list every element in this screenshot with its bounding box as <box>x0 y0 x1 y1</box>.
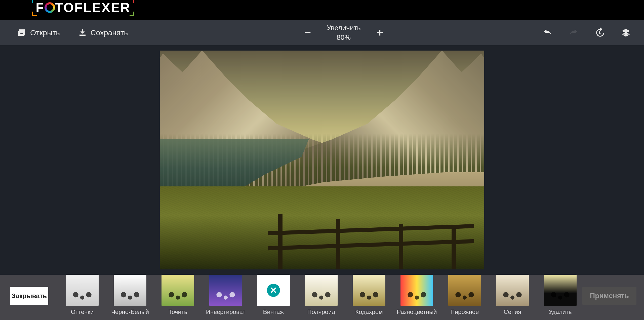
canvas-area[interactable] <box>0 45 644 275</box>
undo-button[interactable] <box>541 27 553 39</box>
filter-label: Инвертироват <box>206 308 246 315</box>
save-label: Сохранять <box>91 28 128 37</box>
logo-corner-icon <box>32 0 37 3</box>
logo-rest: TOFLEXER <box>55 0 131 15</box>
filter-label: Пирожное <box>450 308 479 315</box>
filter-label: Точить <box>168 308 187 315</box>
filter-f-gray[interactable]: Оттенки <box>60 275 104 315</box>
zoom-title: Увеличить <box>327 23 361 33</box>
filter-thumbnail <box>496 275 529 306</box>
filter-list[interactable]: ОттенкиЧерно-БелыйТочитьИнвертироватВинт… <box>60 275 634 315</box>
filter-thumbnail <box>162 275 194 306</box>
filter-f-sepia[interactable]: Сепия <box>491 275 534 315</box>
filter-thumbnail <box>209 275 242 306</box>
filter-f-polar[interactable]: Поляроид <box>299 275 343 315</box>
filter-label: Кодахром <box>355 308 383 315</box>
svg-rect-0 <box>79 35 86 36</box>
history-icon <box>594 27 605 38</box>
remove-filter-icon[interactable] <box>267 284 280 297</box>
zoom-indicator: Увеличить 80% <box>327 23 361 42</box>
logo-corner-icon <box>32 12 37 16</box>
filter-thumbnail <box>114 275 146 306</box>
filter-label: Разноцветный <box>397 308 437 315</box>
filter-f-techni[interactable]: Разноцветный <box>395 275 439 315</box>
layers-icon <box>621 27 631 38</box>
filter-f-sharp[interactable]: Точить <box>156 275 200 315</box>
logo-corner-icon <box>130 12 134 16</box>
filter-label: Удалить <box>549 308 572 315</box>
filter-thumbnail <box>353 275 385 306</box>
open-button[interactable]: Открыть <box>18 28 60 37</box>
filter-f-invert[interactable]: Инвертироват <box>204 275 248 315</box>
layers-button[interactable] <box>620 27 632 39</box>
minus-icon <box>303 28 312 37</box>
filter-thumbnail <box>448 275 481 306</box>
open-label: Открыть <box>30 28 60 37</box>
save-button[interactable]: Сохранять <box>78 28 128 37</box>
filter-label: Винтаж <box>263 308 284 315</box>
filter-label: Оттенки <box>71 308 94 315</box>
filter-f-remove[interactable]: Удалить <box>538 275 582 315</box>
logo-corner-icon <box>130 0 134 3</box>
edited-image[interactable] <box>160 51 484 269</box>
filter-thumbnail <box>544 275 577 306</box>
filter-f-bw[interactable]: Черно-Белый <box>108 275 152 315</box>
filter-label: Поляроид <box>307 308 335 315</box>
open-image-icon <box>18 28 27 37</box>
aperture-icon <box>45 2 55 13</box>
logo-text: F TOFLEXER <box>36 0 131 15</box>
download-icon <box>78 28 87 37</box>
filter-thumbnail <box>66 275 99 306</box>
close-filters-button[interactable]: Закрывать <box>10 287 48 305</box>
redo-icon <box>568 27 579 38</box>
app-logo[interactable]: F TOFLEXER <box>33 0 134 15</box>
filter-label: Сепия <box>504 308 521 315</box>
filter-f-vintage[interactable]: Винтаж <box>252 275 295 315</box>
filter-f-brown[interactable]: Пирожное <box>443 275 487 315</box>
plus-icon <box>376 28 384 37</box>
main-toolbar: Открыть Сохранять Увеличить 80% <box>0 20 644 45</box>
filter-thumbnail <box>257 275 290 306</box>
zoom-out-button[interactable] <box>303 28 313 38</box>
filter-panel: Закрывать ОттенкиЧерно-БелыйТочитьИнверт… <box>0 275 644 320</box>
logo-bar: F TOFLEXER <box>0 0 644 20</box>
history-button[interactable] <box>594 27 606 39</box>
undo-icon <box>542 27 553 38</box>
zoom-controls: Увеличить 80% <box>303 23 385 42</box>
redo-button[interactable] <box>568 27 580 39</box>
apply-filter-button[interactable]: Применять <box>582 287 636 305</box>
zoom-in-button[interactable] <box>375 28 385 38</box>
filter-thumbnail <box>400 275 433 306</box>
filter-label: Черно-Белый <box>111 308 149 315</box>
filter-f-koda[interactable]: Кодахром <box>347 275 391 315</box>
zoom-percent: 80% <box>327 33 361 42</box>
right-toolbar <box>541 27 632 39</box>
filter-thumbnail <box>305 275 338 306</box>
